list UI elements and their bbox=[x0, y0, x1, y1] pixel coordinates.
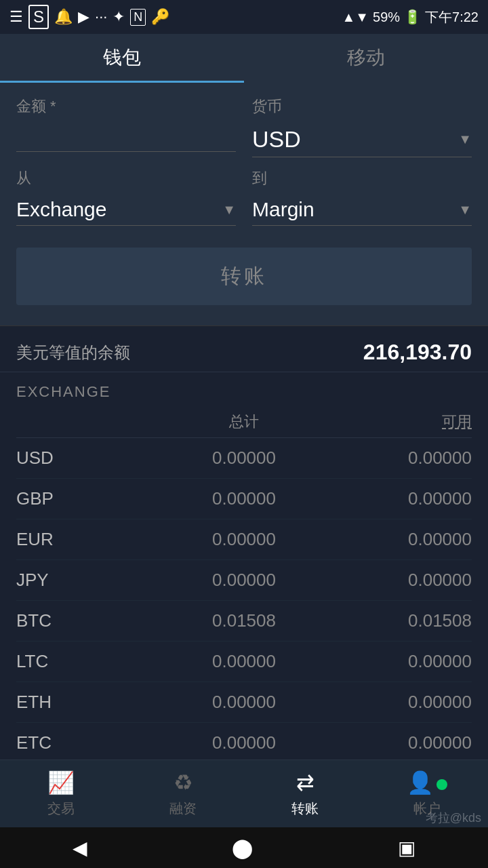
status-bar: ☰ S 🔔 ▶ ··· ✦ N 🔑 ▲▼ 59% 🔋 下午7:22 bbox=[0, 0, 488, 34]
status-left: ☰ S 🔔 ▶ ··· ✦ N 🔑 bbox=[9, 5, 169, 29]
to-arrow-icon: ▼ bbox=[458, 202, 472, 218]
table-row: BTC 0.01508 0.01508 bbox=[16, 601, 472, 642]
amount-input[interactable] bbox=[16, 122, 236, 152]
row-currency: EUR bbox=[16, 529, 168, 550]
nav-finance-label: 融资 bbox=[169, 800, 197, 818]
nav-finance[interactable]: ♻ 融资 bbox=[122, 760, 244, 827]
currency-group: 货币 USD ▼ bbox=[252, 96, 472, 157]
currency-value: USD bbox=[252, 126, 301, 153]
table-row: ETC 0.00000 0.00000 bbox=[16, 723, 472, 764]
currency-arrow-icon: ▼ bbox=[458, 132, 472, 147]
transfer-icon: ⇄ bbox=[296, 770, 314, 795]
row-available: 0.00000 bbox=[320, 732, 472, 753]
row-total: 0.00000 bbox=[168, 732, 320, 753]
row-available: 0.00000 bbox=[320, 488, 472, 509]
s-icon: S bbox=[28, 5, 49, 29]
to-group: 到 Margin ▼ bbox=[252, 168, 472, 226]
table-row: LTC 0.00000 0.00000 bbox=[16, 642, 472, 682]
table-header: 总计 可用 bbox=[16, 406, 472, 438]
row-total: 0.00000 bbox=[168, 651, 320, 672]
menu-icon: ☰ bbox=[9, 8, 23, 26]
dots-icon: ··· bbox=[95, 8, 107, 26]
from-value: Exchange bbox=[16, 198, 106, 221]
transfer-button[interactable]: 转账 bbox=[16, 248, 472, 305]
th-available: 可用 bbox=[320, 412, 472, 432]
from-select[interactable]: Exchange ▼ bbox=[16, 194, 236, 226]
nav-trade-label: 交易 bbox=[47, 800, 75, 818]
to-select[interactable]: Margin ▼ bbox=[252, 194, 472, 226]
row-available: 0.00000 bbox=[320, 692, 472, 713]
row-total: 0.01508 bbox=[168, 610, 320, 631]
currency-label: 货币 bbox=[252, 96, 472, 117]
amount-group: 金额 * bbox=[16, 96, 236, 157]
finance-icon: ♻ bbox=[174, 770, 193, 795]
battery-icon: 🔋 bbox=[404, 9, 421, 25]
row-available: 0.01508 bbox=[320, 610, 472, 631]
row-total: 0.00000 bbox=[168, 529, 320, 550]
nfc-icon: N bbox=[130, 9, 146, 26]
row-available: 0.00000 bbox=[320, 651, 472, 672]
from-label: 从 bbox=[16, 168, 236, 189]
back-button[interactable]: ◀ bbox=[73, 837, 87, 859]
table-row: USD 0.00000 0.00000 bbox=[16, 438, 472, 479]
main-tab-bar: 钱包 移动 bbox=[0, 34, 488, 83]
signal-icon: ▲▼ bbox=[342, 9, 369, 25]
row-currency: ETC bbox=[16, 732, 168, 753]
row-total: 0.00000 bbox=[168, 570, 320, 591]
key-icon: 🔑 bbox=[151, 8, 169, 26]
nav-transfer[interactable]: ⇄ 转账 bbox=[244, 760, 366, 827]
row-currency: BTC bbox=[16, 610, 168, 631]
form-row-2: 从 Exchange ▼ 到 Margin ▼ bbox=[16, 168, 472, 226]
row-total: 0.00000 bbox=[168, 488, 320, 509]
android-nav: ◀ ⬤ ▣ bbox=[0, 827, 488, 868]
nav-trade[interactable]: 📈 交易 bbox=[0, 760, 122, 827]
time-display: 下午7:22 bbox=[425, 8, 479, 26]
send-icon: ▶ bbox=[78, 8, 89, 26]
amount-label: 金额 * bbox=[16, 96, 236, 117]
tab-wallet-label: 钱包 bbox=[103, 45, 141, 71]
from-arrow-icon: ▼ bbox=[222, 202, 236, 218]
row-available: 0.00000 bbox=[320, 529, 472, 550]
status-right: ▲▼ 59% 🔋 下午7:22 bbox=[342, 8, 479, 26]
row-currency: GBP bbox=[16, 488, 168, 509]
recent-button[interactable]: ▣ bbox=[398, 837, 415, 859]
th-total: 总计 bbox=[168, 412, 320, 432]
bottom-nav: 📈 交易 ♻ 融资 ⇄ 转账 👤 帐户 bbox=[0, 760, 488, 827]
row-available: 0.00000 bbox=[320, 448, 472, 469]
tab-move-label: 移动 bbox=[347, 45, 385, 71]
table-row: EUR 0.00000 0.00000 bbox=[16, 519, 472, 560]
row-total: 0.00000 bbox=[168, 448, 320, 469]
account-icon: 👤 bbox=[407, 770, 447, 795]
to-label: 到 bbox=[252, 168, 472, 189]
tab-move[interactable]: 移动 bbox=[244, 34, 488, 83]
currency-select[interactable]: USD ▼ bbox=[252, 122, 472, 157]
to-value: Margin bbox=[252, 198, 314, 221]
row-currency: JPY bbox=[16, 570, 168, 591]
row-available: 0.00000 bbox=[320, 570, 472, 591]
nav-transfer-label: 转账 bbox=[291, 800, 319, 818]
balance-section: 美元等值的余额 216,193.70 bbox=[0, 326, 488, 372]
balance-value: 216,193.70 bbox=[363, 340, 472, 365]
form-section: 金额 * 货币 USD ▼ 从 Exchange ▼ 到 Margin ▼ bbox=[0, 83, 488, 326]
row-total: 0.00000 bbox=[168, 692, 320, 713]
table-row: ETH 0.00000 0.00000 bbox=[16, 682, 472, 723]
exchange-header: EXCHANGE bbox=[16, 372, 472, 406]
trade-icon: 📈 bbox=[47, 770, 75, 795]
th-currency bbox=[16, 412, 168, 432]
home-button[interactable]: ⬤ bbox=[232, 837, 253, 859]
row-currency: ETH bbox=[16, 692, 168, 713]
table-row: JPY 0.00000 0.00000 bbox=[16, 560, 472, 601]
balance-label: 美元等值的余额 bbox=[16, 342, 130, 363]
online-indicator bbox=[436, 779, 447, 790]
bluetooth-icon: ✦ bbox=[113, 8, 125, 26]
nav-account-label: 帐户 bbox=[413, 800, 441, 818]
form-row-1: 金额 * 货币 USD ▼ bbox=[16, 96, 472, 157]
row-currency: LTC bbox=[16, 651, 168, 672]
nav-account[interactable]: 👤 帐户 bbox=[366, 760, 488, 827]
from-group: 从 Exchange ▼ bbox=[16, 168, 236, 226]
battery-text: 59% bbox=[373, 9, 400, 25]
table-row: GBP 0.00000 0.00000 bbox=[16, 479, 472, 519]
row-currency: USD bbox=[16, 448, 168, 469]
bell-icon: 🔔 bbox=[54, 8, 73, 26]
tab-wallet[interactable]: 钱包 bbox=[0, 34, 244, 83]
